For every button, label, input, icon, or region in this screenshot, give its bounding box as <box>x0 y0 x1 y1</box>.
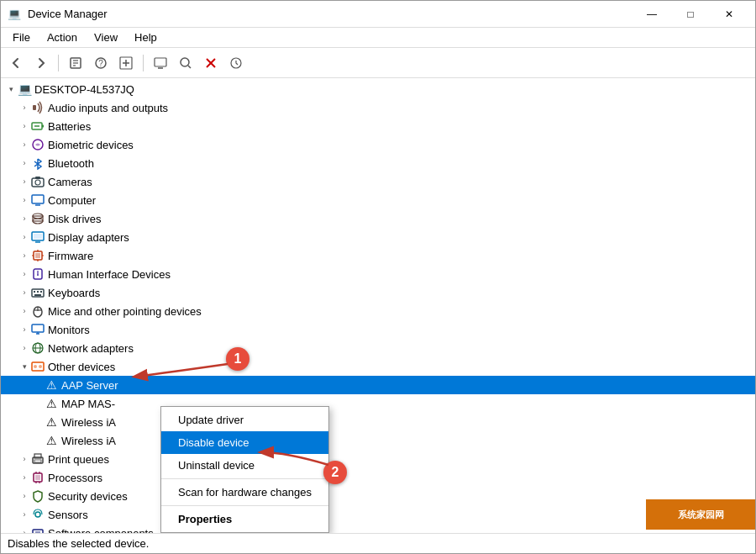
scan-button[interactable] <box>174 51 197 75</box>
tree-item-software-comp[interactable]: › Software components <box>1 524 755 533</box>
tree-item-keyboards[interactable]: › Keyboards <box>1 283 755 302</box>
expand-sensors[interactable]: › <box>18 508 31 521</box>
tree-item-print[interactable]: › Print queues <box>1 450 755 468</box>
ctx-properties[interactable]: Properties <box>161 508 328 530</box>
expand-batteries[interactable]: › <box>18 119 31 133</box>
expand-computer[interactable]: › <box>18 193 31 207</box>
biometric-label: Biometric devices <box>48 139 134 151</box>
security-icon <box>31 489 45 503</box>
expand-button[interactable] <box>114 51 138 75</box>
expand-bluetooth[interactable]: › <box>18 156 31 170</box>
maximize-button[interactable]: □ <box>671 1 710 28</box>
svg-text:?: ? <box>98 59 103 68</box>
update-button[interactable] <box>224 51 248 75</box>
menu-view[interactable]: View <box>86 29 126 45</box>
menu-help[interactable]: Help <box>126 29 165 45</box>
toolbar-separator-2 <box>143 55 144 71</box>
help-button[interactable]: ? <box>89 51 113 75</box>
svg-rect-31 <box>34 234 42 239</box>
expand-mice[interactable]: › <box>18 304 31 318</box>
svg-rect-42 <box>34 291 35 293</box>
tree-item-display[interactable]: › Display adapters <box>1 228 755 246</box>
svg-line-12 <box>188 66 191 68</box>
svg-point-57 <box>39 365 42 368</box>
expand-firmware[interactable]: › <box>18 249 31 262</box>
tree-item-firmware[interactable]: › Firmware <box>1 246 755 265</box>
bluetooth-icon <box>31 156 45 170</box>
ctx-update-label: Update driver <box>178 414 244 426</box>
annotation-circle-1: 1 <box>226 347 249 371</box>
tree-item-batteries[interactable]: › Batteries <box>1 117 755 135</box>
tree-item-hid[interactable]: › Human Interface Devices <box>1 265 755 283</box>
batteries-label: Batteries <box>48 120 91 133</box>
expand-audio[interactable]: › <box>18 101 31 114</box>
hid-icon <box>31 267 45 281</box>
expand-keyboards[interactable]: › <box>18 286 31 299</box>
expand-aap <box>31 378 45 392</box>
forward-button[interactable] <box>29 51 53 75</box>
tree-item-disk[interactable]: › Disk drives <box>1 209 755 228</box>
ctx-scan-hardware[interactable]: Scan for hardware changes <box>161 481 328 504</box>
main-area: ▾ 💻 DESKTOP-4L537JQ › Audio inputs and o… <box>1 78 755 533</box>
tree-item-computer[interactable]: › Computer <box>1 191 755 209</box>
computer-label: Computer <box>48 194 96 207</box>
ctx-uninstall-label: Uninstall device <box>178 459 255 472</box>
svg-rect-44 <box>40 291 42 293</box>
tree-item-processors[interactable]: › Processors <box>1 468 755 487</box>
tree-item-biometric[interactable]: › Biometric devices <box>1 135 755 154</box>
expand-print[interactable]: › <box>18 452 31 466</box>
menu-file[interactable]: File <box>4 29 39 45</box>
expand-network[interactable]: › <box>18 341 31 355</box>
expand-map <box>31 397 45 410</box>
expand-biometric[interactable]: › <box>18 138 31 151</box>
keyboards-icon <box>31 286 45 299</box>
tree-item-mice[interactable]: › Mice and other pointing devices <box>1 302 755 320</box>
expand-hid[interactable]: › <box>18 267 31 281</box>
tree-item-cameras[interactable]: › Cameras <box>1 172 755 191</box>
device-tree[interactable]: ▾ 💻 DESKTOP-4L537JQ › Audio inputs and o… <box>1 78 755 533</box>
expand-processors[interactable]: › <box>18 471 31 484</box>
expand-security[interactable]: › <box>18 489 31 503</box>
tree-item-network[interactable]: › Network adapters <box>1 339 755 357</box>
expand-display[interactable]: › <box>18 230 31 244</box>
ctx-update-driver[interactable]: Update driver <box>161 409 328 431</box>
svg-rect-49 <box>32 324 44 332</box>
computer-button[interactable] <box>149 51 172 75</box>
expand-disk[interactable]: › <box>18 212 31 225</box>
ctx-disable-device[interactable]: Disable device <box>161 431 328 454</box>
wireless2-label: Wireless iA <box>61 435 116 447</box>
app-icon: 💻 <box>8 8 21 21</box>
close-button[interactable]: ✕ <box>710 1 748 28</box>
tree-root[interactable]: ▾ 💻 DESKTOP-4L537JQ <box>1 80 755 98</box>
svg-rect-18 <box>42 125 44 128</box>
uninstall-button[interactable] <box>199 51 223 75</box>
properties-button[interactable] <box>64 51 87 75</box>
tree-item-map[interactable]: ⚠ MAP MAS- <box>1 394 755 413</box>
svg-rect-16 <box>33 105 36 110</box>
menu-action[interactable]: Action <box>39 29 86 45</box>
watermark-text: 系统家园网 <box>678 509 724 521</box>
minimize-button[interactable]: — <box>633 1 671 28</box>
ctx-uninstall-device[interactable]: Uninstall device <box>161 454 328 477</box>
expand-software-comp[interactable]: › <box>18 526 31 533</box>
tree-item-aap[interactable]: ⚠ AAP Server <box>1 376 755 394</box>
menu-bar: File Action View Help <box>1 28 755 48</box>
svg-point-67 <box>35 512 40 517</box>
tree-item-other[interactable]: ▾ Other devices <box>1 357 755 376</box>
expand-monitors[interactable]: › <box>18 323 31 336</box>
expand-other[interactable]: ▾ <box>18 360 31 373</box>
ctx-separator-1 <box>161 478 328 479</box>
watermark: 系统家园网 <box>646 499 755 530</box>
tree-item-bluetooth[interactable]: › Bluetooth <box>1 154 755 172</box>
tree-item-audio[interactable]: › Audio inputs and outputs <box>1 98 755 117</box>
tree-item-wireless2[interactable]: ⚠ Wireless iA <box>1 431 755 450</box>
tree-item-monitors[interactable]: › Monitors <box>1 320 755 339</box>
tree-item-security[interactable]: › Security devices <box>1 487 755 505</box>
network-label: Network adapters <box>48 342 134 355</box>
back-button[interactable] <box>4 51 28 75</box>
expand-cameras[interactable]: › <box>18 175 31 188</box>
tree-item-sensors[interactable]: › Sensors <box>1 505 755 524</box>
tree-item-wireless1[interactable]: ⚠ Wireless iA <box>1 413 755 431</box>
firmware-label: Firmware <box>48 250 93 262</box>
expand-root[interactable]: ▾ <box>4 82 18 96</box>
